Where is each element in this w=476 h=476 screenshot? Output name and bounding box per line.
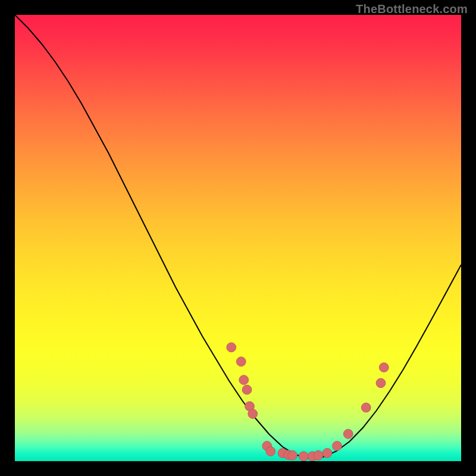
data-point bbox=[248, 409, 258, 419]
data-point bbox=[299, 452, 308, 461]
data-point bbox=[239, 375, 249, 385]
data-point bbox=[288, 450, 298, 460]
plot-area bbox=[15, 15, 461, 461]
chart-stage: TheBottleneck.com bbox=[0, 0, 476, 476]
data-point bbox=[361, 403, 371, 412]
data-markers bbox=[227, 343, 389, 461]
data-point bbox=[266, 447, 275, 456]
data-point bbox=[227, 343, 236, 352]
data-point bbox=[376, 378, 386, 388]
data-point bbox=[379, 363, 389, 372]
attribution-text: TheBottleneck.com bbox=[356, 2, 468, 16]
data-point bbox=[343, 429, 353, 439]
data-point bbox=[242, 385, 252, 394]
data-point bbox=[236, 357, 246, 367]
bottleneck-curve bbox=[15, 15, 461, 459]
curve-layer bbox=[15, 15, 461, 461]
data-point bbox=[322, 449, 332, 458]
data-point bbox=[333, 441, 342, 451]
data-point bbox=[314, 450, 323, 460]
